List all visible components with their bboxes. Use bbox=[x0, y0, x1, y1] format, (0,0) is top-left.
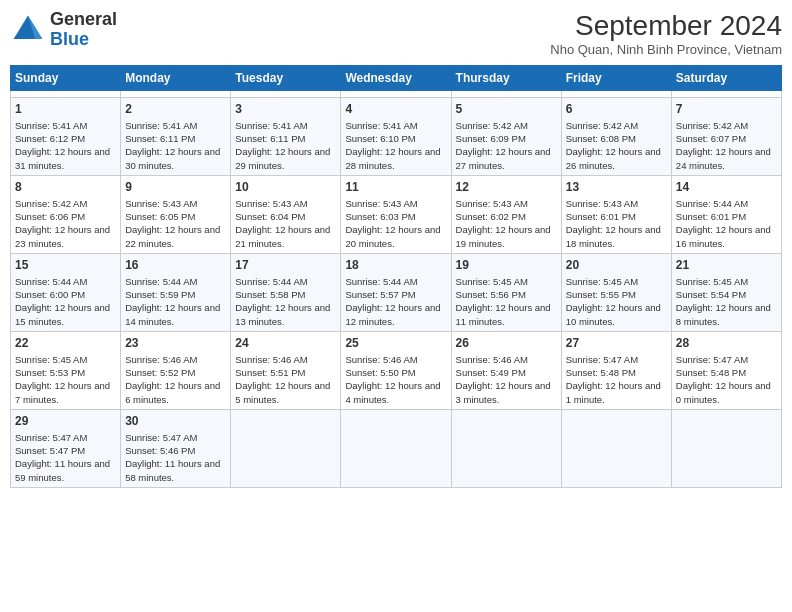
calendar-cell bbox=[561, 409, 671, 487]
sunrise-text: Sunrise: 5:45 AM bbox=[456, 275, 557, 288]
day-number: 22 bbox=[15, 335, 116, 352]
calendar-cell: 22Sunrise: 5:45 AMSunset: 5:53 PMDayligh… bbox=[11, 331, 121, 409]
day-number: 3 bbox=[235, 101, 336, 118]
calendar-cell: 13Sunrise: 5:43 AMSunset: 6:01 PMDayligh… bbox=[561, 175, 671, 253]
calendar-week-row: 22Sunrise: 5:45 AMSunset: 5:53 PMDayligh… bbox=[11, 331, 782, 409]
calendar-cell: 2Sunrise: 5:41 AMSunset: 6:11 PMDaylight… bbox=[121, 98, 231, 176]
sunset-text: Sunset: 6:10 PM bbox=[345, 132, 446, 145]
calendar-cell: 10Sunrise: 5:43 AMSunset: 6:04 PMDayligh… bbox=[231, 175, 341, 253]
sunrise-text: Sunrise: 5:46 AM bbox=[456, 353, 557, 366]
sunrise-text: Sunrise: 5:43 AM bbox=[125, 197, 226, 210]
sunset-text: Sunset: 6:11 PM bbox=[125, 132, 226, 145]
sunrise-text: Sunrise: 5:44 AM bbox=[676, 197, 777, 210]
daylight-text: Daylight: 11 hours and 58 minutes. bbox=[125, 457, 226, 484]
day-number: 16 bbox=[125, 257, 226, 274]
calendar-cell: 28Sunrise: 5:47 AMSunset: 5:48 PMDayligh… bbox=[671, 331, 781, 409]
calendar-week-row: 15Sunrise: 5:44 AMSunset: 6:00 PMDayligh… bbox=[11, 253, 782, 331]
calendar-cell: 27Sunrise: 5:47 AMSunset: 5:48 PMDayligh… bbox=[561, 331, 671, 409]
sunset-text: Sunset: 5:58 PM bbox=[235, 288, 336, 301]
sunset-text: Sunset: 6:07 PM bbox=[676, 132, 777, 145]
calendar-cell bbox=[231, 409, 341, 487]
calendar-cell bbox=[341, 91, 451, 98]
day-number: 11 bbox=[345, 179, 446, 196]
column-header-thursday: Thursday bbox=[451, 66, 561, 91]
calendar-week-row: 1Sunrise: 5:41 AMSunset: 6:12 PMDaylight… bbox=[11, 98, 782, 176]
day-number: 18 bbox=[345, 257, 446, 274]
daylight-text: Daylight: 12 hours and 20 minutes. bbox=[345, 223, 446, 250]
column-header-friday: Friday bbox=[561, 66, 671, 91]
calendar-cell: 15Sunrise: 5:44 AMSunset: 6:00 PMDayligh… bbox=[11, 253, 121, 331]
daylight-text: Daylight: 12 hours and 31 minutes. bbox=[15, 145, 116, 172]
daylight-text: Daylight: 12 hours and 26 minutes. bbox=[566, 145, 667, 172]
sunrise-text: Sunrise: 5:45 AM bbox=[15, 353, 116, 366]
calendar-cell bbox=[231, 91, 341, 98]
sunrise-text: Sunrise: 5:45 AM bbox=[676, 275, 777, 288]
day-number: 4 bbox=[345, 101, 446, 118]
calendar-cell: 19Sunrise: 5:45 AMSunset: 5:56 PMDayligh… bbox=[451, 253, 561, 331]
calendar-cell: 20Sunrise: 5:45 AMSunset: 5:55 PMDayligh… bbox=[561, 253, 671, 331]
logo-icon bbox=[10, 12, 46, 48]
sunset-text: Sunset: 5:49 PM bbox=[456, 366, 557, 379]
sunset-text: Sunset: 6:04 PM bbox=[235, 210, 336, 223]
day-number: 14 bbox=[676, 179, 777, 196]
day-number: 10 bbox=[235, 179, 336, 196]
day-number: 24 bbox=[235, 335, 336, 352]
daylight-text: Daylight: 12 hours and 6 minutes. bbox=[125, 379, 226, 406]
calendar-cell: 6Sunrise: 5:42 AMSunset: 6:08 PMDaylight… bbox=[561, 98, 671, 176]
daylight-text: Daylight: 12 hours and 18 minutes. bbox=[566, 223, 667, 250]
day-number: 26 bbox=[456, 335, 557, 352]
daylight-text: Daylight: 12 hours and 0 minutes. bbox=[676, 379, 777, 406]
calendar-cell: 9Sunrise: 5:43 AMSunset: 6:05 PMDaylight… bbox=[121, 175, 231, 253]
daylight-text: Daylight: 11 hours and 59 minutes. bbox=[15, 457, 116, 484]
sunset-text: Sunset: 5:48 PM bbox=[566, 366, 667, 379]
sunset-text: Sunset: 5:48 PM bbox=[676, 366, 777, 379]
sunset-text: Sunset: 6:00 PM bbox=[15, 288, 116, 301]
calendar-cell bbox=[671, 409, 781, 487]
title-block: September 2024 Nho Quan, Ninh Binh Provi… bbox=[550, 10, 782, 57]
logo-general: General bbox=[50, 10, 117, 30]
sunrise-text: Sunrise: 5:44 AM bbox=[125, 275, 226, 288]
sunrise-text: Sunrise: 5:47 AM bbox=[125, 431, 226, 444]
sunrise-text: Sunrise: 5:41 AM bbox=[345, 119, 446, 132]
daylight-text: Daylight: 12 hours and 23 minutes. bbox=[15, 223, 116, 250]
sunrise-text: Sunrise: 5:46 AM bbox=[345, 353, 446, 366]
day-number: 25 bbox=[345, 335, 446, 352]
calendar-cell: 12Sunrise: 5:43 AMSunset: 6:02 PMDayligh… bbox=[451, 175, 561, 253]
calendar-cell: 7Sunrise: 5:42 AMSunset: 6:07 PMDaylight… bbox=[671, 98, 781, 176]
page-title: September 2024 bbox=[550, 10, 782, 42]
daylight-text: Daylight: 12 hours and 11 minutes. bbox=[456, 301, 557, 328]
sunrise-text: Sunrise: 5:43 AM bbox=[345, 197, 446, 210]
calendar-cell: 8Sunrise: 5:42 AMSunset: 6:06 PMDaylight… bbox=[11, 175, 121, 253]
sunrise-text: Sunrise: 5:47 AM bbox=[676, 353, 777, 366]
daylight-text: Daylight: 12 hours and 27 minutes. bbox=[456, 145, 557, 172]
column-header-sunday: Sunday bbox=[11, 66, 121, 91]
calendar-cell: 17Sunrise: 5:44 AMSunset: 5:58 PMDayligh… bbox=[231, 253, 341, 331]
day-number: 28 bbox=[676, 335, 777, 352]
daylight-text: Daylight: 12 hours and 7 minutes. bbox=[15, 379, 116, 406]
sunset-text: Sunset: 5:54 PM bbox=[676, 288, 777, 301]
sunrise-text: Sunrise: 5:41 AM bbox=[235, 119, 336, 132]
sunrise-text: Sunrise: 5:47 AM bbox=[566, 353, 667, 366]
daylight-text: Daylight: 12 hours and 24 minutes. bbox=[676, 145, 777, 172]
daylight-text: Daylight: 12 hours and 4 minutes. bbox=[345, 379, 446, 406]
calendar-cell: 24Sunrise: 5:46 AMSunset: 5:51 PMDayligh… bbox=[231, 331, 341, 409]
calendar-cell bbox=[11, 91, 121, 98]
sunset-text: Sunset: 5:59 PM bbox=[125, 288, 226, 301]
day-number: 29 bbox=[15, 413, 116, 430]
day-number: 30 bbox=[125, 413, 226, 430]
day-number: 19 bbox=[456, 257, 557, 274]
day-number: 2 bbox=[125, 101, 226, 118]
daylight-text: Daylight: 12 hours and 15 minutes. bbox=[15, 301, 116, 328]
sunrise-text: Sunrise: 5:41 AM bbox=[125, 119, 226, 132]
sunset-text: Sunset: 6:03 PM bbox=[345, 210, 446, 223]
sunrise-text: Sunrise: 5:44 AM bbox=[345, 275, 446, 288]
calendar-cell: 23Sunrise: 5:46 AMSunset: 5:52 PMDayligh… bbox=[121, 331, 231, 409]
column-header-saturday: Saturday bbox=[671, 66, 781, 91]
sunset-text: Sunset: 6:09 PM bbox=[456, 132, 557, 145]
sunset-text: Sunset: 6:06 PM bbox=[15, 210, 116, 223]
sunrise-text: Sunrise: 5:43 AM bbox=[566, 197, 667, 210]
calendar-cell: 3Sunrise: 5:41 AMSunset: 6:11 PMDaylight… bbox=[231, 98, 341, 176]
sunrise-text: Sunrise: 5:42 AM bbox=[15, 197, 116, 210]
sunrise-text: Sunrise: 5:46 AM bbox=[125, 353, 226, 366]
daylight-text: Daylight: 12 hours and 16 minutes. bbox=[676, 223, 777, 250]
